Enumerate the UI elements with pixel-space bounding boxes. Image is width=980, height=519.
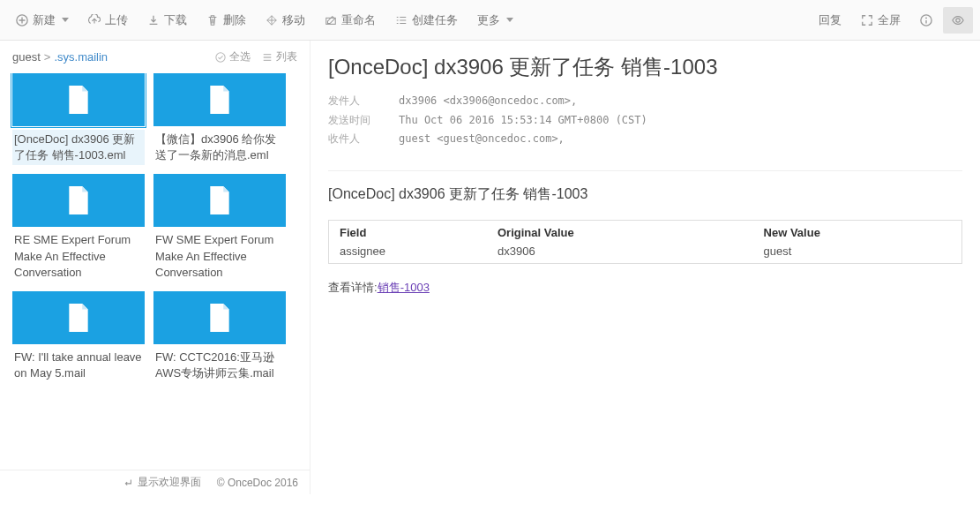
mail-preview-pane: [OnceDoc] dx3906 更新了任务 销售-1003 发件人 dx390… bbox=[310, 41, 980, 494]
enter-icon bbox=[122, 477, 134, 489]
breadcrumb-current[interactable]: .sys.mailin bbox=[54, 50, 108, 64]
select-all-icon bbox=[214, 51, 227, 64]
file-item[interactable]: RE SME Expert Forum Make An Effective Co… bbox=[12, 174, 145, 282]
mail-to-value: guest <guest@oncedoc.com>, bbox=[399, 130, 565, 149]
delete-button[interactable]: 删除 bbox=[198, 7, 255, 34]
td-field: assignee bbox=[329, 244, 488, 264]
th-new: New Value bbox=[753, 220, 962, 244]
more-button[interactable]: 更多 bbox=[468, 7, 522, 34]
move-button[interactable]: 移动 bbox=[257, 7, 314, 34]
select-all-button[interactable]: 全选 bbox=[214, 49, 251, 64]
fullscreen-label: 全屏 bbox=[878, 12, 901, 28]
breadcrumb-sep: > bbox=[44, 50, 51, 64]
svg-point-3 bbox=[925, 17, 927, 19]
mail-date-label: 发送时间 bbox=[328, 111, 399, 131]
mail-date-value: Thu Oct 06 2016 15:53:14 GMT+0800 (CST) bbox=[399, 111, 647, 131]
file-name: [OnceDoc] dx3906 更新了任务 销售-1003.eml bbox=[12, 130, 145, 165]
list-icon bbox=[261, 51, 273, 64]
file-name: FW: CCTC2016:亚马逊AWS专场讲师云集.mail bbox=[153, 348, 286, 383]
new-button[interactable]: 新建 bbox=[7, 7, 78, 34]
trash-icon bbox=[206, 14, 219, 26]
upload-icon bbox=[88, 14, 101, 26]
mail-from-value: dx3906 <dx3906@oncedoc.com>, bbox=[399, 92, 577, 111]
file-name: RE SME Expert Forum Make An Effective Co… bbox=[12, 230, 145, 282]
file-icon bbox=[67, 304, 90, 332]
create-task-label: 创建任务 bbox=[412, 12, 458, 28]
reply-button[interactable]: 回复 bbox=[810, 7, 850, 34]
download-label: 下载 bbox=[164, 12, 187, 28]
mail-body-subject: [OnceDoc] dx3906 更新了任务 销售-1003 bbox=[328, 185, 962, 204]
file-thumb bbox=[12, 291, 145, 344]
td-original: dx3906 bbox=[487, 244, 753, 264]
select-all-label: 全选 bbox=[229, 49, 251, 64]
file-thumb bbox=[153, 291, 286, 344]
file-name: FW: I'll take annual leave on May 5.mail bbox=[12, 348, 145, 383]
rename-icon bbox=[325, 14, 337, 26]
move-icon bbox=[266, 14, 278, 26]
divider bbox=[328, 170, 962, 171]
reply-label: 回复 bbox=[819, 12, 842, 28]
caret-down-icon bbox=[62, 18, 69, 22]
info-icon bbox=[920, 14, 932, 26]
file-item[interactable]: FW: I'll take annual leave on May 5.mail bbox=[12, 291, 145, 383]
file-item[interactable]: [OnceDoc] dx3906 更新了任务 销售-1003.eml bbox=[12, 73, 145, 165]
info-button[interactable] bbox=[911, 7, 941, 34]
welcome-label: 显示欢迎界面 bbox=[138, 475, 201, 490]
toolbar-left: 新建 上传 下载 删除 移动 重命名 创建任务 更多 bbox=[7, 7, 810, 34]
preview-button[interactable] bbox=[943, 7, 973, 34]
rename-label: 重命名 bbox=[341, 12, 376, 28]
caret-down-icon bbox=[506, 18, 513, 22]
detail-line: 查看详情:销售-1003 bbox=[328, 280, 962, 296]
table-row: assignee dx3906 guest bbox=[329, 244, 962, 264]
upload-button[interactable]: 上传 bbox=[79, 7, 137, 34]
file-icon bbox=[67, 186, 90, 214]
mail-to-label: 收件人 bbox=[328, 130, 399, 149]
list-view-label: 列表 bbox=[276, 49, 297, 64]
task-icon bbox=[395, 14, 408, 26]
file-item[interactable]: FW: CCTC2016:亚马逊AWS专场讲师云集.mail bbox=[153, 291, 286, 383]
svg-point-4 bbox=[956, 18, 960, 21]
file-thumb bbox=[153, 174, 286, 227]
download-icon bbox=[147, 14, 160, 26]
file-item[interactable]: FW SME Expert Forum Make An Effective Co… bbox=[153, 174, 286, 282]
detail-link[interactable]: 销售-1003 bbox=[378, 281, 430, 294]
file-name: FW SME Expert Forum Make An Effective Co… bbox=[153, 230, 286, 282]
file-thumb bbox=[12, 73, 145, 126]
file-icon bbox=[208, 304, 231, 332]
file-icon bbox=[67, 86, 90, 114]
path-actions: 全选 列表 bbox=[214, 49, 297, 64]
file-name: 【微信】dx3906 给你发送了一条新的消息.eml bbox=[153, 130, 286, 165]
fullscreen-button[interactable]: 全屏 bbox=[852, 7, 909, 34]
download-button[interactable]: 下载 bbox=[138, 7, 196, 34]
th-field: Field bbox=[329, 220, 488, 244]
breadcrumb-root[interactable]: guest bbox=[12, 50, 41, 64]
th-original: Original Value bbox=[487, 220, 753, 244]
file-item[interactable]: 【微信】dx3906 给你发送了一条新的消息.eml bbox=[153, 73, 286, 165]
footer: 显示欢迎界面 © OnceDoc 2016 bbox=[0, 470, 310, 494]
mail-meta: 发件人 dx3906 <dx3906@oncedoc.com>, 发送时间 Th… bbox=[328, 92, 962, 149]
eye-icon bbox=[952, 14, 964, 26]
new-label: 新建 bbox=[33, 12, 56, 28]
toolbar: 新建 上传 下载 删除 移动 重命名 创建任务 更多 bbox=[0, 0, 980, 41]
rename-button[interactable]: 重命名 bbox=[316, 7, 385, 34]
file-thumb bbox=[12, 174, 145, 227]
more-label: 更多 bbox=[477, 12, 500, 28]
copyright: © OnceDoc 2016 bbox=[217, 477, 298, 489]
main-area: guest > .sys.mailin 全选 列表 [OnceDoc] dx39… bbox=[0, 41, 980, 494]
upload-label: 上传 bbox=[105, 12, 128, 28]
file-browser-pane: guest > .sys.mailin 全选 列表 [OnceDoc] dx39… bbox=[0, 41, 310, 494]
file-thumb bbox=[153, 73, 286, 126]
file-icon bbox=[208, 186, 231, 214]
delete-label: 删除 bbox=[223, 12, 246, 28]
show-welcome-button[interactable]: 显示欢迎界面 bbox=[122, 475, 201, 490]
move-label: 移动 bbox=[282, 12, 305, 28]
breadcrumb: guest > .sys.mailin 全选 列表 bbox=[0, 41, 310, 73]
file-icon bbox=[208, 86, 231, 114]
changes-table: Field Original Value New Value assignee … bbox=[328, 220, 962, 264]
td-new: guest bbox=[753, 244, 962, 264]
svg-point-5 bbox=[216, 52, 225, 61]
create-task-button[interactable]: 创建任务 bbox=[386, 7, 467, 34]
detail-prefix: 查看详情: bbox=[328, 281, 378, 294]
fullscreen-icon bbox=[861, 14, 873, 26]
list-view-button[interactable]: 列表 bbox=[261, 49, 297, 64]
